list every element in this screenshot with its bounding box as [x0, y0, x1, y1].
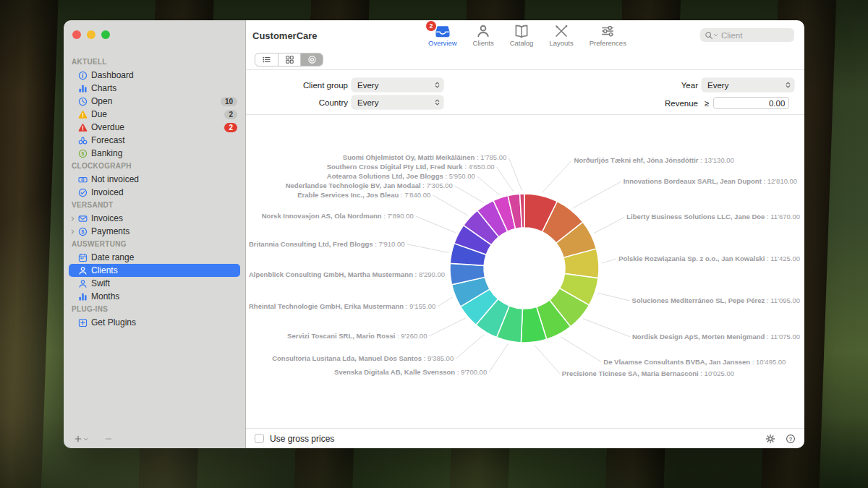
segment-label: Britannia Consulting Ltd, Fred Bloggs : … [249, 240, 405, 248]
disclosure-chevron-icon[interactable] [70, 228, 78, 235]
toolbar-item-label: Overview [428, 39, 457, 47]
envelope-icon [78, 214, 88, 223]
sidebar-footer [74, 435, 113, 443]
sidebar-section-clockograph: CLOCKOGRAPH [64, 160, 245, 173]
book-icon [514, 24, 529, 38]
sidebar-item-not-invoiced[interactable]: Not invoiced [69, 173, 240, 186]
sidebar-item-label: Open [91, 96, 112, 106]
toolbar-item-layouts[interactable]: Layouts [549, 24, 573, 47]
bar-chart-icon [78, 84, 88, 93]
zoom-window-button[interactable] [101, 30, 110, 39]
sidebar-item-charts[interactable]: Charts [69, 82, 240, 95]
sidebar-item-swift[interactable]: Swift [69, 277, 240, 290]
revenue-label: Revenue [596, 99, 698, 108]
toolbar-item-label: Preferences [590, 39, 626, 47]
toolbar-item-preferences[interactable]: Preferences [590, 24, 626, 47]
svg-text:?: ? [789, 435, 793, 442]
sidebar-item-open[interactable]: Open 10 [69, 95, 240, 108]
sidebar-item-label: Clients [91, 265, 118, 275]
sidebar-item-months[interactable]: Months [69, 290, 240, 303]
stepper-icon [784, 81, 792, 89]
toolbar-item-catalog[interactable]: Catalog [510, 24, 534, 47]
segment-list-view[interactable] [255, 53, 278, 66]
sidebar-item-banking[interactable]: $ Banking [69, 147, 240, 160]
minimize-window-button[interactable] [87, 30, 95, 39]
sidebar-item-forecast[interactable]: Forecast [69, 134, 240, 147]
svg-text:$: $ [82, 229, 85, 235]
sidebar-item-invoiced[interactable]: Invoiced [69, 186, 240, 199]
label-leader-line [561, 337, 601, 362]
close-window-button[interactable] [72, 30, 81, 39]
label-leader-line [573, 181, 621, 207]
toolbar-item-clients[interactable]: Clients [473, 24, 494, 47]
label-leader-line [456, 334, 484, 359]
chart-area: Norðurljós Tækni ehf, Jóna Jónsdóttir : … [246, 115, 804, 428]
revenue-filter: Revenue ≥ [596, 96, 789, 110]
info-circle-icon [78, 71, 88, 80]
sidebar-item-label: Date range [91, 252, 134, 262]
country-select[interactable]: Every [352, 95, 443, 109]
magnifier-icon [705, 31, 713, 40]
title-bar: CustomerCare 2 Overview Clients Catalog … [246, 20, 804, 50]
disclosure-chevron-icon[interactable] [70, 215, 78, 222]
footer-icons: ? [765, 434, 796, 444]
country-filter: Country Every [246, 95, 443, 109]
label-leader-line [438, 297, 452, 307]
sidebar-item-overdue[interactable]: Overdue 2 [69, 121, 240, 134]
search-field[interactable] [700, 28, 794, 42]
sidebar-nav: AKTUELL Dashboard Charts Open 10 Due 2 O… [64, 56, 245, 329]
year-filter: Year Every [596, 78, 794, 92]
segment-label: Érable Services Inc., Jos Bleau : 7'840.… [297, 191, 430, 199]
window-controls [64, 20, 245, 39]
sidebar-badge: 2 [224, 123, 237, 132]
segment-label: Svenska Digitala AB, Kalle Svensson : 9'… [334, 368, 487, 376]
sidebar-item-payments[interactable]: $ Payments [69, 225, 240, 238]
banknote-icon [78, 175, 88, 184]
segment-label: Nederlandse Technologie BV, Jan Modaal :… [286, 181, 453, 189]
year-select[interactable]: Every [702, 78, 794, 92]
person-icon [78, 279, 88, 288]
stepper-icon [433, 98, 441, 106]
label-leader-line [416, 216, 456, 233]
label-leader-line [489, 344, 508, 372]
segment-grid-view[interactable] [278, 53, 300, 66]
filter-bar: Client group Every Country Every Year [246, 70, 804, 115]
toolbar-item-overview[interactable]: 2 Overview [428, 24, 457, 47]
revenue-input[interactable] [713, 97, 789, 109]
person-icon [78, 266, 88, 275]
label-leader-line [477, 176, 500, 195]
plus-square-icon [78, 318, 88, 328]
segment-label: Servizi Toscani SRL, Mario Rossi : 9'260… [287, 332, 427, 340]
settings-gear-button[interactable] [765, 434, 775, 444]
sidebar-item-label: Swift [91, 278, 110, 288]
sidebar-item-invoices[interactable]: Invoices [69, 212, 240, 225]
client-group-select[interactable]: Every [352, 78, 443, 92]
check-circle-icon [78, 188, 88, 197]
segment-label: Rheintal Technologie GmbH, Erika Musterm… [249, 302, 435, 310]
year-label: Year [596, 81, 698, 90]
remove-button[interactable] [104, 435, 113, 443]
sidebar-item-dashboard[interactable]: Dashboard [69, 69, 240, 82]
search-input[interactable] [720, 30, 790, 40]
segment-label: Consultoria Lusitana Lda, Manuel Dos San… [272, 354, 454, 362]
sidebar-item-due[interactable]: Due 2 [69, 108, 240, 121]
add-button[interactable] [74, 435, 88, 443]
sliders-icon [600, 24, 615, 38]
sidebar-item-date-range[interactable]: Date range [69, 251, 240, 264]
gear-icon [765, 434, 775, 444]
segment-chart-view[interactable] [300, 53, 323, 66]
sidebar-item-label: Get Plugins [91, 317, 136, 328]
segment-label: Liberty Business Solutions LLC, Jane Doe… [626, 213, 800, 221]
label-leader-line [535, 345, 560, 374]
app-title: CustomerCare [252, 30, 318, 41]
label-leader-line [542, 160, 571, 193]
segment-label: Innovations Bordeaux SARL, Jean Dupont :… [624, 177, 797, 185]
toolbar: 2 Overview Clients Catalog Layouts Prefe… [428, 24, 626, 47]
segment-label: Polskie Rozwiązania Sp. z o.o., Jan Kowa… [618, 254, 800, 262]
minus-icon [104, 435, 113, 443]
sidebar-item-get-plugins[interactable]: Get Plugins [69, 316, 240, 329]
stepper-icon [433, 81, 441, 89]
help-button[interactable]: ? [786, 434, 796, 444]
gross-prices-checkbox[interactable] [255, 434, 264, 443]
sidebar-item-clients[interactable]: Clients [69, 264, 240, 277]
